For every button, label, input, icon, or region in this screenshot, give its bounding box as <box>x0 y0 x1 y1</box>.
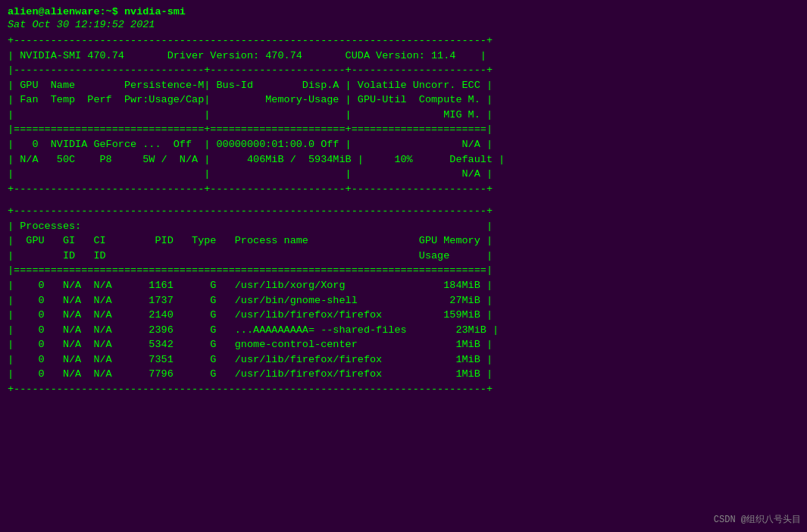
watermark: CSDN @组织八号头目 <box>714 513 801 526</box>
gpu-info-block: +---------------------------------------… <box>8 33 799 196</box>
processes-block: +---------------------------------------… <box>8 204 799 396</box>
timestamp: Sat Oct 30 12:19:52 2021 <box>8 19 799 30</box>
prompt-user: alien@alienware:~$ nvidia-smi <box>8 6 186 17</box>
terminal-window: alien@alienware:~$ nvidia-smi Sat Oct 30… <box>8 6 799 397</box>
prompt-line: alien@alienware:~$ nvidia-smi <box>8 6 799 17</box>
